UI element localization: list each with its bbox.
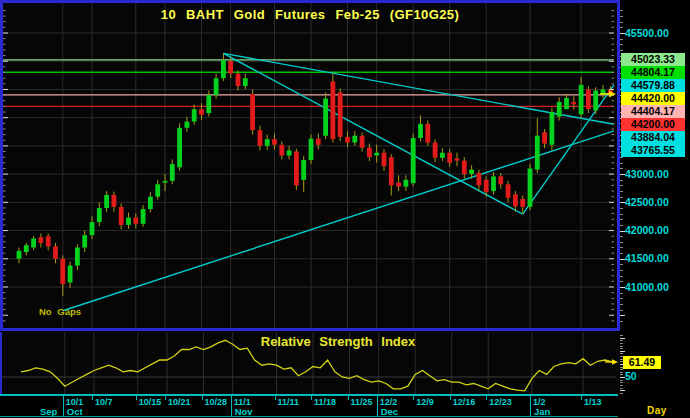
candle-body xyxy=(170,164,175,181)
price-axis-label: 41000.00 xyxy=(625,281,669,294)
candle-body xyxy=(258,130,263,146)
price-axis-label: 42000.00 xyxy=(625,224,669,237)
time-axis-tick xyxy=(136,396,137,400)
price-axis-tick xyxy=(620,270,623,271)
candle-body xyxy=(425,124,430,143)
candle-body xyxy=(46,236,51,246)
price-level-label: 44420.00 xyxy=(621,92,685,105)
candle-body xyxy=(221,60,226,78)
rsi-axis-tick xyxy=(620,382,623,383)
candle-body xyxy=(447,153,452,163)
time-axis-label: 11/11 xyxy=(278,397,300,407)
candle-body xyxy=(352,136,357,143)
rsi-axis-tick xyxy=(620,390,625,391)
time-axis-label: 10/15 xyxy=(139,397,162,407)
candle-body xyxy=(404,180,409,187)
candle-body xyxy=(528,169,533,207)
rsi-axis-tick xyxy=(620,348,623,349)
candle-body xyxy=(345,137,350,143)
candle-body xyxy=(163,181,168,183)
time-axis-tick xyxy=(311,396,312,400)
price-level-label: 44579.88 xyxy=(621,79,685,92)
price-axis-tick xyxy=(620,50,623,51)
rsi-axis-tick xyxy=(620,340,623,341)
price-axis-tick xyxy=(620,236,623,237)
candle-body xyxy=(39,237,44,243)
candle-body xyxy=(586,89,591,109)
price-level-label: 43884.04 xyxy=(621,131,685,144)
candle-body xyxy=(185,122,190,128)
price-axis-tick xyxy=(620,276,623,277)
candle-body xyxy=(294,152,299,186)
candle-body xyxy=(338,92,343,137)
candle-body xyxy=(82,235,87,247)
price-axis-tick xyxy=(620,27,623,28)
candle-body xyxy=(133,218,138,224)
price-chart-panel: 10 BAHT Gold Futures Feb-25 (GF10G25) No… xyxy=(0,0,620,331)
candle-body xyxy=(68,266,73,283)
price-axis-tick xyxy=(620,219,623,220)
candle-body xyxy=(119,207,124,225)
candle-body xyxy=(542,132,547,143)
trading-chart-window: 10 BAHT Gold Futures Feb-25 (GF10G25) No… xyxy=(0,0,690,418)
month-label: Dec xyxy=(381,406,398,417)
time-axis-tick xyxy=(348,396,349,400)
rsi-axis-tick xyxy=(620,380,623,381)
rsi-panel: Relative Strength Index xyxy=(0,332,619,394)
rsi-axis-tick xyxy=(620,351,625,352)
price-axis-tick xyxy=(620,253,623,254)
candle-body xyxy=(484,180,489,192)
price-axis-tick xyxy=(620,185,623,186)
candle-body xyxy=(279,145,284,156)
candle-body xyxy=(90,222,95,235)
candle-body xyxy=(17,251,22,259)
candle-body xyxy=(148,197,153,209)
price-axis-tick xyxy=(620,208,623,209)
price-axis-tick xyxy=(620,264,623,265)
candle-body xyxy=(97,208,102,222)
price-axis-label: 42500.00 xyxy=(625,196,669,209)
candle-body xyxy=(593,91,598,111)
price-axis-tick xyxy=(620,310,623,311)
candle-body xyxy=(535,136,540,170)
time-axis: Day 10/110/710/1510/2110/2811/111/1111/1… xyxy=(0,394,690,418)
rsi-axis-tick xyxy=(620,338,625,339)
price-axis-tick xyxy=(620,247,623,248)
rsi-value-label: 61.49 xyxy=(623,356,661,369)
rsi-axis-tick xyxy=(620,367,623,368)
candle-body xyxy=(396,183,401,187)
month-label: Sep xyxy=(40,406,57,417)
candle-body xyxy=(374,153,379,156)
price-axis-tick xyxy=(620,168,623,169)
candle-body xyxy=(199,109,204,115)
price-axis-tick xyxy=(620,315,625,316)
chart-title: 10 BAHT Gold Futures Feb-25 (GF10G25) xyxy=(3,7,617,22)
rsi-axis-tick xyxy=(620,335,623,336)
rsi-axis-tick xyxy=(620,364,625,365)
time-axis-tick xyxy=(165,396,166,400)
rsi-axis-tick xyxy=(620,346,623,347)
candle-body xyxy=(477,173,482,185)
time-axis-label: 12/9 xyxy=(416,397,434,407)
price-axis-tick xyxy=(620,16,623,17)
no-gaps-label: No Gaps xyxy=(39,306,81,317)
candle-body xyxy=(557,102,562,117)
candle-body xyxy=(498,176,503,184)
steep-downtrend xyxy=(223,53,522,214)
time-axis-tick xyxy=(92,396,93,400)
price-level-label: 44804.17 xyxy=(621,66,685,79)
price-level-label: 43765.55 xyxy=(621,144,685,157)
candle-body xyxy=(141,209,146,224)
candle-body xyxy=(411,138,416,183)
candle-body xyxy=(24,245,29,252)
rsi-axis-tick xyxy=(620,343,623,344)
price-axis-tick xyxy=(620,321,623,322)
candle-body xyxy=(323,99,328,136)
candle-body xyxy=(75,248,80,266)
price-axis-tick xyxy=(620,10,623,11)
price-axis-tick xyxy=(620,44,623,45)
rsi-axis-tick xyxy=(620,385,623,386)
time-axis-tick xyxy=(581,396,582,400)
candle-body xyxy=(155,184,160,196)
price-axis: 45500.0043000.0042500.0042000.0041500.00… xyxy=(620,0,690,331)
